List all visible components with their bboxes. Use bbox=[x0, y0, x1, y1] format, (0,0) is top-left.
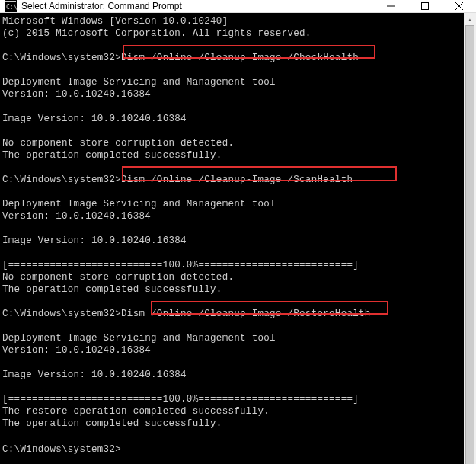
output-line: Deployment Image Servicing and Managemen… bbox=[2, 333, 276, 344]
command-prompt-window: C:\ Select Administrator: Command Prompt… bbox=[0, 0, 476, 464]
prompt-line: C:\Windows\system32>Dism /Online /Cleanu… bbox=[2, 309, 371, 319]
window-title: Select Administrator: Command Prompt bbox=[21, 1, 373, 11]
terminal-area: Microsoft Windows [Version 10.0.10240] (… bbox=[0, 13, 476, 464]
scroll-thumb[interactable] bbox=[465, 25, 474, 464]
svg-rect-4 bbox=[421, 3, 428, 10]
output-line: No component store corruption detected. bbox=[2, 138, 234, 149]
output-line: Deployment Image Servicing and Managemen… bbox=[2, 77, 276, 88]
titlebar[interactable]: C:\ Select Administrator: Command Prompt bbox=[0, 0, 476, 13]
output-line: Version: 10.0.10240.16384 bbox=[2, 211, 151, 222]
output-line: Version: 10.0.10240.16384 bbox=[2, 89, 151, 100]
output-line: The operation completed successfully. bbox=[2, 284, 222, 295]
terminal-output[interactable]: Microsoft Windows [Version 10.0.10240] (… bbox=[0, 13, 464, 464]
output-line: Image Version: 10.0.10240.16384 bbox=[2, 370, 187, 380]
close-button[interactable] bbox=[442, 0, 476, 12]
maximize-button[interactable] bbox=[407, 0, 442, 12]
vertical-scrollbar[interactable]: ▴ ▾ bbox=[464, 13, 476, 464]
output-line: The restore operation completed successf… bbox=[2, 406, 270, 417]
output-line: (c) 2015 Microsoft Corporation. All righ… bbox=[2, 28, 311, 39]
output-line: [==========================100.0%=======… bbox=[2, 394, 359, 405]
window-controls bbox=[373, 0, 476, 12]
svg-text:C:\: C:\ bbox=[6, 4, 17, 11]
output-line: Image Version: 10.0.10240.16384 bbox=[2, 235, 187, 246]
minimize-button[interactable] bbox=[373, 0, 407, 12]
output-line: Microsoft Windows [Version 10.0.10240] bbox=[2, 16, 228, 27]
output-line: No component store corruption detected. bbox=[2, 272, 234, 283]
prompt-line: C:\Windows\system32>Dism /Online /Cleanu… bbox=[2, 53, 359, 63]
svg-rect-1 bbox=[5, 1, 16, 2]
scroll-track[interactable] bbox=[464, 25, 476, 464]
output-line: [==========================100.0%=======… bbox=[2, 260, 359, 270]
scroll-up-arrow-icon[interactable]: ▴ bbox=[464, 13, 476, 25]
prompt-line: C:\Windows\system32>Dism /Online /Cleanu… bbox=[2, 174, 353, 185]
cmd-icon: C:\ bbox=[5, 0, 17, 12]
output-line: Image Version: 10.0.10240.16384 bbox=[2, 114, 187, 124]
prompt-line: C:\Windows\system32> bbox=[2, 444, 121, 455]
output-line: The operation completed successfully. bbox=[2, 150, 222, 161]
output-line: The operation completed successfully. bbox=[2, 418, 222, 429]
cursor bbox=[121, 442, 126, 452]
output-line: Version: 10.0.10240.16384 bbox=[2, 345, 151, 356]
output-line: Deployment Image Servicing and Managemen… bbox=[2, 199, 276, 210]
